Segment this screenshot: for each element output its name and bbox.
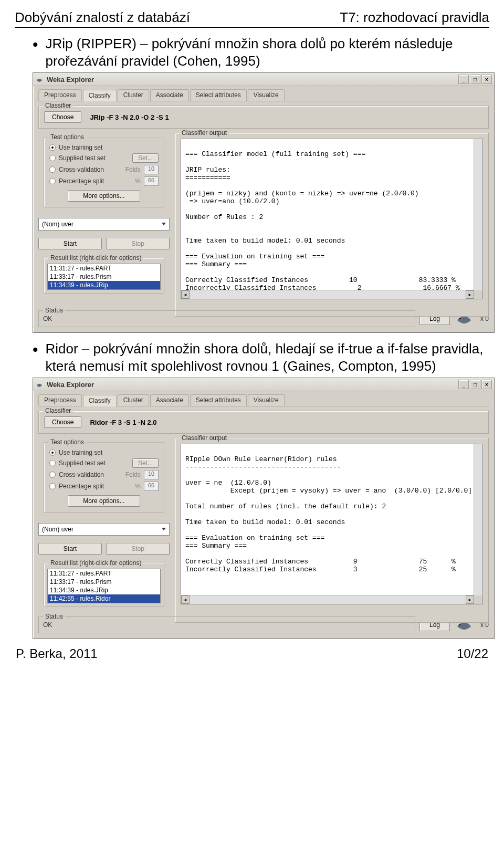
scroll-right-icon[interactable]: ►: [466, 290, 474, 299]
bullet-jrip: • JRip (RIPPER) – pokrývání množin shora…: [33, 35, 489, 69]
result-row[interactable]: 11:34:39 - rules.JRip: [48, 586, 160, 594]
algorithm-text[interactable]: JRip -F 3 -N 2.0 -O 2 -S 1: [87, 113, 169, 121]
class-attribute-text: (Nom) uver: [42, 221, 74, 228]
result-row[interactable]: 11:33:17 - rules.Prism: [48, 578, 160, 586]
scrollbar-vertical[interactable]: ▲ ▼: [474, 139, 482, 299]
scroll-left-icon[interactable]: ◄: [181, 595, 190, 604]
folds-label: Folds: [125, 166, 141, 173]
class-attribute-select[interactable]: (Nom) uver: [38, 523, 170, 536]
folds-input[interactable]: 10: [144, 470, 159, 479]
weka-icon: [35, 75, 44, 83]
stop-button[interactable]: Stop: [106, 543, 170, 555]
maximize-button[interactable]: □: [470, 75, 480, 84]
start-button[interactable]: Start: [38, 238, 102, 249]
window-titlebar: Weka Explorer _ □ ×: [33, 73, 494, 86]
classifier-group: Classifier Choose JRip -F 3 -N 2.0 -O 2 …: [38, 106, 489, 129]
close-button[interactable]: ×: [481, 380, 492, 389]
tab-preprocess[interactable]: Preprocess: [38, 394, 82, 406]
choose-button[interactable]: Choose: [44, 111, 81, 123]
classifier-output[interactable]: RIpple DOwn Rule Learner(Ridor) rules --…: [181, 444, 483, 604]
class-attribute-text: (Nom) uver: [42, 526, 74, 533]
radio-icon: [49, 449, 56, 456]
page-header: Dobývání znalostí z databází T7: rozhodo…: [15, 9, 489, 26]
choose-button[interactable]: Choose: [44, 416, 81, 428]
scroll-left-icon[interactable]: ◄: [181, 290, 190, 299]
tab-cluster[interactable]: Cluster: [118, 89, 149, 101]
tab-select-attributes[interactable]: Select attributes: [190, 394, 247, 406]
test-options-group: Test options Use training set Supplied t…: [44, 137, 164, 207]
weka-screenshot-jrip: Weka Explorer _ □ × PreprocessClassifyCl…: [33, 72, 495, 333]
classifier-output[interactable]: === Classifier model (full training set)…: [181, 139, 483, 299]
tab-visualize[interactable]: Visualize: [248, 394, 285, 406]
scrollbar-horizontal[interactable]: ◄ ►: [181, 595, 474, 604]
result-row[interactable]: 11:31:27 - rules.PART: [48, 569, 160, 578]
result-list-group: Result list (right-click for options) 11…: [44, 258, 164, 294]
opt-pct[interactable]: Percentage split %66: [49, 480, 159, 492]
test-options-group: Test options Use training set Supplied t…: [44, 442, 164, 513]
result-row[interactable]: 11:42:55 - rules.Ridor: [48, 594, 160, 603]
result-row[interactable]: 11:34:39 - rules.JRip: [48, 281, 160, 289]
opt-pct[interactable]: Percentage split %66: [49, 175, 159, 187]
opt-cv[interactable]: Cross-validation Folds10: [49, 469, 159, 480]
close-button[interactable]: ×: [481, 75, 492, 84]
tab-visualize[interactable]: Visualize: [248, 89, 285, 101]
start-button[interactable]: Start: [38, 543, 102, 555]
tab-classify[interactable]: Classify: [83, 395, 117, 406]
result-row[interactable]: 11:31:27 - rules.PART: [48, 264, 160, 273]
bullet-ridor: • Ridor – pokrývání množin shora dolů, h…: [33, 340, 489, 374]
more-options-button[interactable]: More options...: [68, 190, 140, 202]
result-list[interactable]: 11:31:27 - rules.PART11:33:17 - rules.Pr…: [47, 264, 161, 290]
bullet-icon: •: [33, 37, 38, 53]
tab-cluster[interactable]: Cluster: [118, 394, 149, 406]
minimize-button[interactable]: _: [458, 75, 469, 84]
footer-right: 10/22: [457, 646, 488, 661]
set-button[interactable]: Set...: [132, 153, 159, 163]
chevron-down-icon: [162, 528, 166, 530]
class-attribute-select[interactable]: (Nom) uver: [38, 218, 170, 231]
group-title: Status: [43, 307, 65, 314]
page-footer: P. Berka, 2011 10/22: [15, 646, 489, 661]
result-list-group: Result list (right-click for options) 11…: [44, 563, 164, 607]
scrollbar-corner: [474, 595, 482, 604]
folds-input[interactable]: 10: [144, 165, 159, 174]
minimize-button[interactable]: _: [458, 380, 469, 389]
tab-classify[interactable]: Classify: [83, 90, 117, 101]
result-list[interactable]: 11:31:27 - rules.PART11:33:17 - rules.Pr…: [47, 569, 161, 603]
more-options-button[interactable]: More options...: [68, 495, 140, 507]
pct-label: %: [135, 483, 141, 490]
group-title: Result list (right-click for options): [48, 559, 143, 567]
svg-point-1: [459, 624, 460, 625]
radio-icon: [49, 178, 56, 184]
window-titlebar: Weka Explorer _ □ ×: [33, 378, 494, 391]
tab-select-attributes[interactable]: Select attributes: [190, 89, 247, 101]
maximize-button[interactable]: □: [470, 380, 480, 389]
opt-supplied[interactable]: Supplied test set Set...: [49, 457, 159, 469]
bullet-text: Ridor – pokrývání množin shora dolů, hle…: [46, 340, 489, 374]
header-rule: [15, 27, 489, 28]
pct-input[interactable]: 66: [144, 482, 159, 491]
group-title: Test options: [48, 133, 86, 141]
set-button[interactable]: Set...: [132, 458, 159, 468]
opt-cv[interactable]: Cross-validation Folds10: [49, 164, 159, 175]
bullet-icon: •: [33, 342, 38, 358]
tab-preprocess[interactable]: Preprocess: [38, 89, 82, 101]
header-left: Dobývání znalostí z databází: [15, 9, 190, 26]
scrollbar-horizontal[interactable]: ◄ ►: [181, 290, 474, 299]
tab-associate[interactable]: Associate: [150, 89, 189, 101]
scroll-right-icon[interactable]: ►: [466, 595, 474, 604]
group-title: Result list (right-click for options): [48, 254, 143, 262]
opt-use-training[interactable]: Use training set: [49, 448, 159, 457]
result-row[interactable]: 11:33:17 - rules.Prism: [48, 273, 160, 281]
stop-button[interactable]: Stop: [106, 238, 170, 249]
weka-icon: [35, 380, 44, 389]
status-group: Status OK: [38, 310, 415, 327]
scrollbar-vertical[interactable]: ▲ ▼: [474, 444, 482, 604]
weka-screenshot-ridor: Weka Explorer _ □ × PreprocessClassifyCl…: [33, 378, 495, 639]
opt-use-training[interactable]: Use training set: [49, 143, 159, 152]
opt-supplied[interactable]: Supplied test set Set...: [49, 152, 159, 164]
tab-associate[interactable]: Associate: [150, 394, 189, 406]
tabs-row: PreprocessClassifyClusterAssociateSelect…: [33, 391, 494, 406]
algorithm-text[interactable]: Ridor -F 3 -S 1 -N 2.0: [87, 419, 156, 426]
status-text: OK: [43, 315, 52, 322]
pct-input[interactable]: 66: [144, 176, 159, 186]
